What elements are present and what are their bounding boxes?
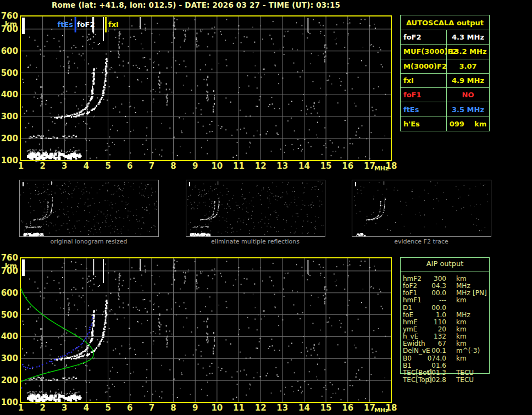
svg-text:10: 10 <box>211 403 223 413</box>
svg-text:16: 16 <box>342 403 353 413</box>
svg-text:1: 1 <box>18 161 24 171</box>
parameter-name: fxI <box>401 74 447 87</box>
parameter-value: 4.9 MHz <box>447 76 489 85</box>
autoscala-table-header: AUTOSCALA output <box>401 15 489 30</box>
aip-table-row: D100.0 <box>400 304 499 311</box>
svg-text:17: 17 <box>364 403 375 413</box>
parameter-name: M(3000)F2 <box>401 59 447 73</box>
parameter-note: [PN] <box>473 289 487 297</box>
svg-text:200: 200 <box>1 375 18 385</box>
parameter-value: NO <box>447 91 489 99</box>
svg-text:500: 500 <box>1 68 18 78</box>
svg-text:9: 9 <box>192 403 198 413</box>
aip-table-row: ymE20km <box>400 325 499 333</box>
parameter-name: B0 <box>403 355 412 362</box>
svg-text:9: 9 <box>192 161 198 171</box>
aip-table-row: DelN_vE00.1m^(-3) <box>400 347 499 354</box>
parameter-name: h'Es <box>401 117 447 131</box>
parameter-name: MUF(3000)F2 <box>401 45 447 58</box>
parameter-value: 3.07 <box>447 62 489 70</box>
autoscala-table-row: ftEs3.5 MHz <box>401 102 489 117</box>
parameter-value: 00.0 <box>415 289 446 297</box>
svg-text:16: 16 <box>342 161 353 171</box>
parameter-value: 00.1 <box>415 347 446 355</box>
svg-text:14: 14 <box>298 403 310 413</box>
parameter-value: 1.0 <box>415 311 446 319</box>
autoscala-table-row: foF1NO <box>401 88 489 102</box>
svg-text:12: 12 <box>255 161 267 171</box>
aip-table-row: foF100.0MHz[PN] <box>400 289 499 296</box>
svg-text:7: 7 <box>149 403 154 413</box>
parameter-value: 00.0 <box>415 304 446 312</box>
svg-text:11: 11 <box>233 161 245 171</box>
panel1-caption: original ionogram resized <box>19 238 158 245</box>
svg-text:4: 4 <box>84 161 89 171</box>
parameter-value: 3.5 MHz <box>447 106 489 114</box>
parameter-value: 001.3 <box>415 369 446 377</box>
aip-table-row: hmF2300km <box>400 275 499 282</box>
svg-text:2: 2 <box>40 403 45 413</box>
svg-text:6: 6 <box>127 161 132 171</box>
station-date-title: Rome (lat: +41.8, lon: 012.5) - DATE: 20… <box>0 1 392 9</box>
autoscala-table-row: fxI4.9 MHz <box>401 74 489 88</box>
parameter-unit: km <box>456 333 467 340</box>
svg-text:500: 500 <box>1 310 18 320</box>
parameter-unit: m^(-3) <box>456 347 480 355</box>
parameter-value: --- <box>415 296 446 304</box>
svg-text:200: 200 <box>1 134 18 143</box>
svg-text:8: 8 <box>170 403 176 413</box>
parameter-unit: TECU <box>456 376 474 384</box>
aip-table-header: AIP output <box>400 259 490 268</box>
parameter-unit: TECU <box>456 369 474 377</box>
svg-text:12: 12 <box>255 403 267 413</box>
aip-table-row: Ewidth67km <box>400 340 499 347</box>
svg-text:100: 100 <box>1 397 18 407</box>
parameter-value: 13.2 MHz <box>447 47 489 56</box>
parameter-name: foE <box>403 311 413 319</box>
autoscala-table-row: MUF(3000)F213.2 MHz <box>401 45 489 59</box>
fof2-marker-label: foF2 <box>77 20 92 28</box>
svg-text:3: 3 <box>62 161 67 171</box>
parameter-unit: km <box>456 275 467 283</box>
autoscala-output-table: AUTOSCALA output foF24.3 MHzMUF(3000)F21… <box>400 15 490 131</box>
svg-text:2: 2 <box>40 161 45 171</box>
parameter-value: 300 <box>415 275 446 283</box>
aip-table-row: B101.6 <box>400 362 499 369</box>
parameter-unit: km <box>456 325 467 333</box>
parameter-unit: MHz <box>456 311 470 319</box>
svg-text:5: 5 <box>105 161 110 171</box>
svg-text:400: 400 <box>1 331 18 341</box>
svg-text:14: 14 <box>298 161 310 171</box>
parameter-unit: km <box>456 296 467 304</box>
aip-table-row: B0074.0km <box>400 355 499 362</box>
parameter-name: foF2 <box>401 30 447 44</box>
svg-text:600: 600 <box>1 288 18 298</box>
panel3-caption: evidence F2 trace <box>352 238 491 245</box>
svg-text:15: 15 <box>320 403 332 413</box>
svg-text:3: 3 <box>62 403 67 413</box>
svg-text:400: 400 <box>1 90 18 99</box>
aip-table-row: TEC[Top]002.8TECU <box>400 376 499 383</box>
aip-table-row: hmF1---km <box>400 296 499 303</box>
parameter-value: 20 <box>415 325 446 333</box>
panel2-caption: eliminate multiple reflections <box>186 238 325 245</box>
aip-table-rows: hmF2300kmfoF204.3MHzfoF100.0MHz[PN]hmF1-… <box>400 275 499 383</box>
parameter-value: 099 km <box>447 120 489 128</box>
svg-text:8: 8 <box>170 161 176 171</box>
autoscala-output-screen: 760700600500400300200100km12345678910111… <box>0 0 532 415</box>
svg-text:MHz: MHz <box>374 407 389 414</box>
parameter-unit: MHz <box>456 282 470 290</box>
svg-text:7: 7 <box>149 161 154 171</box>
svg-text:600: 600 <box>1 46 18 56</box>
parameter-value: 132 <box>415 333 446 340</box>
svg-text:300: 300 <box>1 353 18 363</box>
parameter-unit: km <box>456 318 467 326</box>
aip-table-row: hmE110km <box>400 318 499 325</box>
parameter-value: 110 <box>415 318 446 326</box>
aip-table-row: TEC[Bot]001.3TECU <box>400 369 499 376</box>
parameter-name: D1 <box>403 304 412 312</box>
aip-table-row: foF204.3MHz <box>400 282 499 289</box>
svg-text:5: 5 <box>105 403 110 413</box>
parameter-value: 01.6 <box>415 362 446 369</box>
svg-text:100: 100 <box>1 156 18 165</box>
